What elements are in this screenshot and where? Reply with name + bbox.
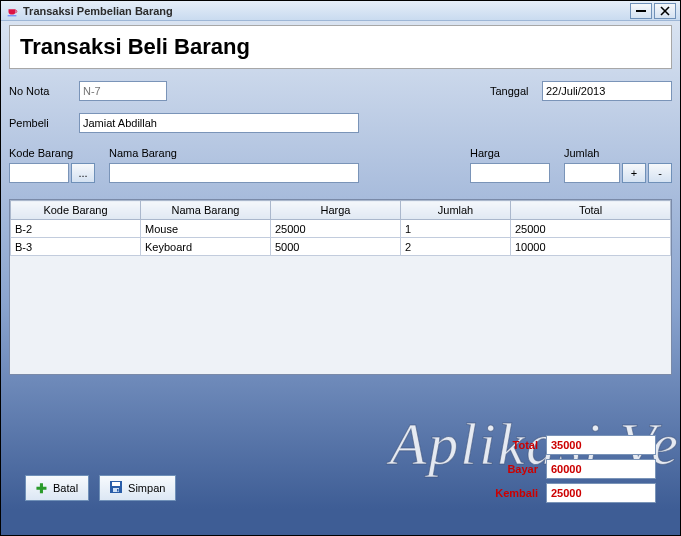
page-title: Transaksi Beli Barang (20, 34, 661, 60)
total-input[interactable] (546, 435, 656, 455)
jumlah-label: Jumlah (564, 147, 672, 159)
window-title: Transaksi Pembelian Barang (23, 5, 173, 17)
tanggal-label: Tanggal (490, 85, 542, 97)
batal-label: Batal (53, 482, 78, 494)
svg-rect-6 (117, 489, 119, 492)
col-nama[interactable]: Nama Barang (141, 201, 271, 220)
minimize-button[interactable] (630, 3, 652, 19)
pembeli-input[interactable] (79, 113, 359, 133)
jumlah-input[interactable] (564, 163, 620, 183)
add-row-button[interactable]: + (622, 163, 646, 183)
remove-row-button[interactable]: - (648, 163, 672, 183)
kode-barang-input[interactable] (9, 163, 69, 183)
harga-label: Harga (470, 147, 550, 159)
harga-input[interactable] (470, 163, 550, 183)
java-cup-icon (5, 4, 19, 18)
col-kode[interactable]: Kode Barang (11, 201, 141, 220)
totals-panel: Total Bayar Kembali (495, 435, 656, 503)
table-row[interactable]: B-2 Mouse 25000 1 25000 (11, 220, 671, 238)
simpan-label: Simpan (128, 482, 165, 494)
svg-rect-0 (636, 10, 646, 12)
col-harga[interactable]: Harga (271, 201, 401, 220)
content-area: Transaksi Beli Barang No Nota Tanggal Pe… (1, 21, 680, 535)
disk-icon (110, 481, 122, 495)
kembali-input[interactable] (546, 483, 656, 503)
kembali-label: Kembali (495, 487, 538, 499)
page-title-panel: Transaksi Beli Barang (9, 25, 672, 69)
items-table[interactable]: Kode Barang Nama Barang Harga Jumlah Tot… (10, 200, 671, 256)
no-nota-input[interactable] (79, 81, 167, 101)
svg-rect-4 (112, 482, 120, 486)
plus-icon: ✚ (36, 481, 47, 496)
nama-barang-input[interactable] (109, 163, 359, 183)
titlebar: Transaksi Pembelian Barang (1, 1, 680, 21)
col-total[interactable]: Total (511, 201, 671, 220)
no-nota-label: No Nota (9, 85, 79, 97)
tanggal-input[interactable] (542, 81, 672, 101)
col-jumlah[interactable]: Jumlah (401, 201, 511, 220)
bayar-label: Bayar (495, 463, 538, 475)
pembeli-label: Pembeli (9, 117, 79, 129)
browse-kode-button[interactable]: ... (71, 163, 95, 183)
bayar-input[interactable] (546, 459, 656, 479)
close-button[interactable] (654, 3, 676, 19)
window: Transaksi Pembelian Barang Transaksi Bel… (0, 0, 681, 536)
simpan-button[interactable]: Simpan (99, 475, 176, 501)
kode-barang-label: Kode Barang (9, 147, 95, 159)
table-row[interactable]: B-3 Keyboard 5000 2 10000 (11, 238, 671, 256)
nama-barang-label: Nama Barang (109, 147, 456, 159)
items-table-wrap: Kode Barang Nama Barang Harga Jumlah Tot… (9, 199, 672, 375)
batal-button[interactable]: ✚ Batal (25, 475, 89, 501)
total-label: Total (495, 439, 538, 451)
